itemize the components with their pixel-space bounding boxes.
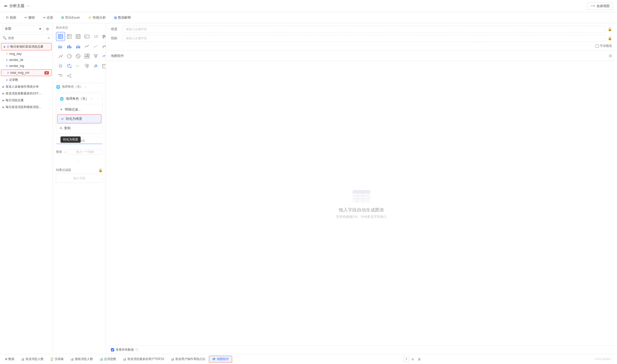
tab-os-icon: 📊 (171, 357, 174, 361)
svg-rect-65 (103, 64, 106, 68)
performance-btn[interactable]: ⚡ 性能分析 (86, 14, 108, 21)
app-title: 分析主题 (9, 4, 24, 8)
dropdown-filter[interactable]: ▼ 明细过滤... (56, 105, 102, 114)
chart-type-cross[interactable] (74, 32, 83, 41)
add-tab-btn[interactable]: + (404, 356, 409, 362)
field-type-icon: # (6, 79, 8, 82)
refresh-btn[interactable]: ↻ 刷新 (4, 14, 18, 21)
tab-dashboard[interactable]: 📋 仪表板 (47, 356, 67, 362)
chart-type-pack[interactable] (82, 61, 91, 70)
metric-drop-area[interactable]: 请拖入左侧字段 (122, 35, 605, 42)
chart-type-pivot[interactable] (65, 32, 74, 41)
field-msg-day[interactable]: T msg_day (0, 51, 53, 57)
convert-tooltip: 转化为维度 (60, 136, 81, 143)
chart-type-pie[interactable] (65, 52, 74, 61)
chart-type-treemap[interactable] (82, 52, 91, 61)
svg-point-70 (70, 74, 71, 75)
group-label: 发送消息条数最多的10个... (6, 91, 42, 96)
tab-map-component[interactable]: 🗺️ 地图组件 (209, 356, 232, 362)
chart-type-table[interactable] (56, 32, 65, 41)
tree-group-device[interactable]: ▶ 发送人设备操作系统分布 (0, 83, 53, 90)
dataset-dropdown[interactable]: 全部 ▾ (3, 25, 43, 32)
map-settings-icon[interactable]: ⊞ (609, 53, 612, 58)
chart-type-line[interactable] (82, 42, 91, 51)
undo-btn[interactable]: ↩ 撤销 (22, 14, 37, 21)
delete-tab-btn[interactable]: 🗑 (416, 356, 422, 362)
dropdown-geo-label: 地理角色（无） (66, 96, 89, 101)
svg-marker-43 (95, 56, 97, 58)
tab-send-count[interactable]: 📊 发送消息人数 (18, 356, 47, 362)
dim-lock-icon[interactable]: 🔒 (608, 27, 612, 31)
chart-type-funnel[interactable] (91, 52, 100, 61)
tab-top10[interactable]: 📊 发送消息最多的用户TOP10 (120, 356, 167, 362)
chart-type-calendar[interactable] (100, 61, 106, 70)
chart-type-label: 图表类型 (56, 26, 103, 30)
lineage-view-btn[interactable]: ⟶ 血缘视图 (587, 3, 613, 10)
manual-preview-checkbox[interactable]: 手动预览 (596, 44, 612, 48)
chart-type-number[interactable]: 123 (91, 32, 100, 41)
dropdown-copy[interactable]: ⧉ 复制 (56, 124, 102, 132)
metric-lock-icon[interactable]: 🔒 (608, 36, 612, 40)
svg-rect-39 (85, 54, 87, 56)
chart-type-stacked[interactable] (74, 42, 83, 51)
bottom-tabs: ⊞ 数据 📊 发送消息人数 📋 仪表板 📊 接收消息人数 📊 总消息数 📊 发送… (0, 354, 617, 364)
redo-btn[interactable]: ↪ 还原 (41, 14, 55, 21)
tab-data[interactable]: ⊞ 数据 (2, 356, 17, 362)
chart-type-combo[interactable] (100, 42, 106, 51)
filter-lock-icon[interactable]: 🔒 (98, 168, 103, 172)
tab-map-icon: 🗺️ (212, 357, 216, 361)
more-options-icon[interactable]: ⋯ (26, 4, 30, 8)
svg-rect-51 (69, 65, 70, 66)
dropdown-geo[interactable]: 🌐 地理角色（无） › ··· (56, 94, 102, 103)
geo-label[interactable]: 地理角色（无） (62, 85, 83, 89)
tab-receive-count[interactable]: 📊 接收消息人数 (67, 356, 96, 362)
chart-type-waterfall[interactable] (91, 42, 100, 51)
dropdown-copy-label: 复制 (64, 126, 71, 130)
dim-drop-area[interactable]: 请拖入左侧字段 (122, 26, 605, 33)
chart-type-word[interactable]: ABC (74, 61, 83, 70)
field-tree: ▶ ⊞ 每日各地区发送消息总量 T msg_day # sender_lat #… (0, 42, 53, 354)
main-layout: 全部 ▾ ⊕ 🔍 ⊕ ▶ ⊞ 每日各地区发送消息总量 T msg_day (0, 23, 617, 354)
back-icon[interactable]: ⬅ (4, 4, 7, 8)
svg-rect-75 (353, 190, 370, 193)
chart-type-sankey[interactable] (56, 71, 65, 80)
chart-type-scatter[interactable] (56, 52, 65, 61)
field-sender-lat[interactable]: # sender_lat (0, 57, 53, 63)
manual-preview-input[interactable] (596, 44, 599, 48)
field-record-count[interactable]: # 记录数 (0, 77, 53, 83)
filter-drop-area[interactable]: 拖入字段 (56, 174, 103, 183)
chart-type-bubble[interactable] (91, 61, 100, 70)
chart-type-heatmap[interactable] (65, 61, 74, 70)
field-total-msg-cnt[interactable]: # total_msg_cnt ▼ (1, 69, 52, 76)
check-all-info-icon[interactable]: ⓘ (135, 348, 138, 352)
chart-type-bar-group[interactable] (56, 42, 65, 51)
chart-type-custom[interactable] (65, 71, 74, 80)
search-input[interactable] (8, 36, 46, 40)
tree-group-daily-total[interactable]: ▶ 每日消息总量 (0, 97, 53, 104)
tab-os[interactable]: 📊 发送用户操作系统占比 (168, 356, 208, 362)
copy-tab-btn[interactable]: ⧉ (410, 356, 415, 362)
dropdown-convert-dim[interactable]: ⇄ 转化为维度 (57, 114, 101, 123)
tree-group-top10[interactable]: ▶ 发送消息条数最多的10个... (0, 90, 53, 97)
field-dropdown-icon[interactable]: ▼ (44, 71, 49, 75)
chart-type-radar[interactable] (56, 61, 65, 70)
filter-icon: ▼ (60, 108, 63, 111)
chart-type-map[interactable] (74, 52, 83, 61)
add-icon[interactable]: ⊕ (47, 36, 50, 40)
check-all-checkbox[interactable] (111, 348, 114, 351)
export-excel-btn[interactable]: ⊞ 导出Excel (59, 14, 82, 21)
metric-row: 指标 请拖入左侧字段 🔒 (111, 35, 612, 42)
chart-type-gauge[interactable] (100, 52, 106, 61)
data-explain-btn[interactable]: ▦ 数据解释 (112, 14, 133, 21)
chart-type-bar-v[interactable] (65, 42, 74, 51)
add-field-icon[interactable]: ⊕ (45, 26, 50, 32)
field-sender-lng[interactable]: # sender_lng (0, 63, 53, 69)
canvas-empty-title: 拖入字段自动生成图表 (339, 207, 384, 213)
chart-type-indicator[interactable] (82, 32, 91, 41)
tree-group-daily-msg[interactable]: ▶ ⊞ 每日各地区发送消息总量 (1, 43, 52, 50)
tab-total-msg[interactable]: 📊 总消息数 (97, 356, 119, 362)
watermark: CSDN @faithu... (594, 358, 615, 360)
svg-rect-40 (87, 54, 89, 56)
chart-type-bar-h[interactable] (100, 32, 106, 41)
tree-group-daily-send-receive[interactable]: ▶ 每日发送消息和接收消息... (0, 104, 53, 111)
